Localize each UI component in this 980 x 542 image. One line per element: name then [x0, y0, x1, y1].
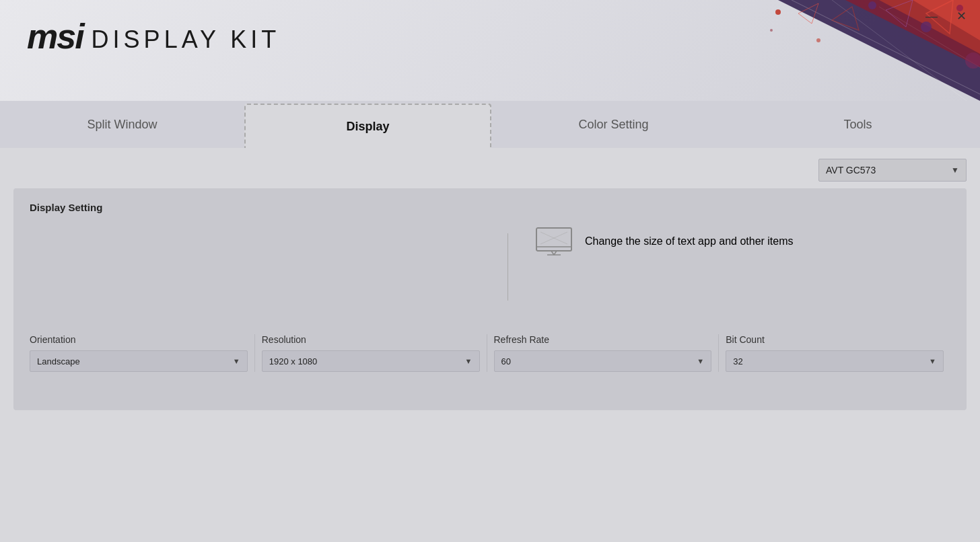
header-decoration — [509, 0, 980, 101]
monitor-icon — [535, 227, 573, 256]
resolution-label: Resolution — [262, 334, 480, 345]
refresh-rate-arrow: ▼ — [697, 357, 704, 365]
app-logo: msi DISPLAY KIT — [27, 19, 280, 54]
orientation-group: Orientation Landscape ▼ — [30, 334, 255, 372]
main-content: AVT GC573 ▼ Display Setting — [0, 148, 980, 424]
close-button[interactable]: ✕ — [953, 8, 969, 24]
orientation-select[interactable]: Landscape ▼ — [30, 350, 248, 372]
resolution-select[interactable]: 1920 x 1080 ▼ — [262, 350, 480, 372]
minimize-button[interactable]: — — [923, 8, 940, 24]
panel-left-area — [30, 227, 501, 307]
svg-point-8 — [868, 1, 876, 9]
panel-title: Display Setting — [30, 202, 950, 213]
window-controls: — ✕ — [923, 8, 969, 24]
display-kit-logo-text: DISPLAY KIT — [92, 28, 281, 52]
panel-right-area: Change the size of text app and other it… — [515, 227, 950, 256]
tab-color-setting[interactable]: Color Setting — [491, 101, 736, 148]
tab-display[interactable]: Display — [244, 104, 491, 148]
svg-point-7 — [775, 9, 781, 15]
bit-count-group: Bit Count 32 ▼ — [719, 334, 950, 372]
refresh-rate-select[interactable]: 60 ▼ — [494, 350, 712, 372]
change-size-text: Change the size of text app and other it… — [585, 235, 794, 247]
settings-row: Orientation Landscape ▼ Resolution 1920 … — [30, 334, 950, 372]
nav-tabs: Split Window Display Color Setting Tools — [0, 101, 980, 148]
resolution-group: Resolution 1920 x 1080 ▼ — [255, 334, 487, 372]
svg-point-17 — [770, 29, 773, 32]
bit-count-arrow: ▼ — [929, 357, 936, 365]
panel-divider — [508, 233, 508, 301]
resolution-arrow: ▼ — [465, 357, 473, 365]
refresh-rate-label: Refresh Rate — [494, 334, 712, 345]
panel-body: Change the size of text app and other it… — [30, 227, 950, 307]
display-setting-panel: Display Setting — [13, 188, 967, 410]
bit-count-select[interactable]: 32 ▼ — [726, 350, 944, 372]
app-header: msi DISPLAY KIT — ✕ — [0, 0, 980, 101]
bit-count-label: Bit Count — [726, 334, 944, 345]
msi-logo-text: msi — [27, 19, 83, 54]
device-selector-arrow: ▼ — [951, 165, 959, 175]
device-selector[interactable]: AVT GC573 ▼ — [818, 159, 967, 182]
refresh-rate-group: Refresh Rate 60 ▼ — [487, 334, 720, 372]
tab-split-window[interactable]: Split Window — [0, 101, 244, 148]
svg-rect-18 — [536, 228, 571, 251]
orientation-label: Orientation — [30, 334, 248, 345]
svg-point-16 — [816, 38, 820, 42]
tab-tools[interactable]: Tools — [736, 101, 980, 148]
orientation-arrow: ▼ — [233, 357, 240, 365]
device-selector-row: AVT GC573 ▼ — [13, 159, 967, 182]
